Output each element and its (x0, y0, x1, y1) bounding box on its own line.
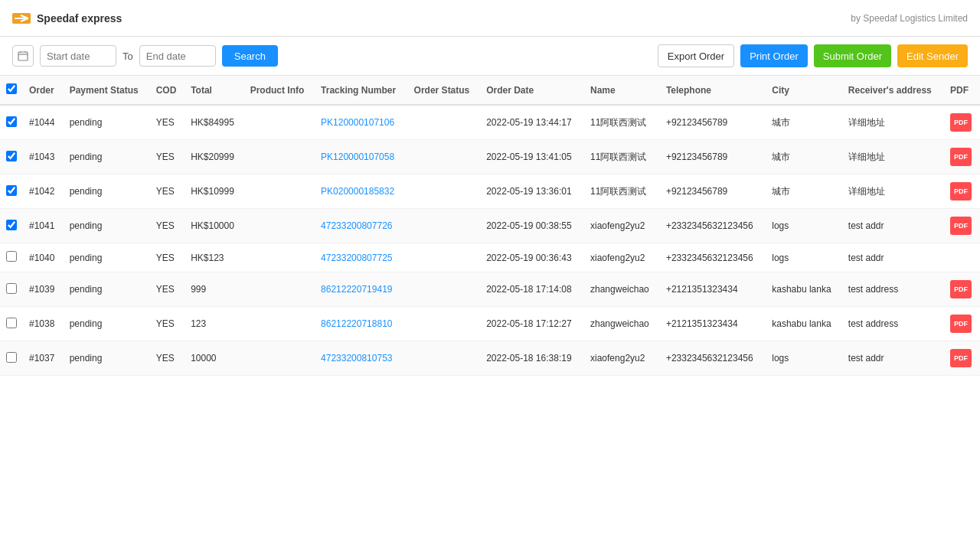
tracking-number[interactable]: PK020000185832 (315, 174, 408, 209)
col-cod: COD (150, 76, 185, 105)
cod: YES (150, 140, 185, 174)
pdf-cell[interactable]: PDF (944, 105, 980, 140)
payment-status: pending (64, 307, 150, 341)
product-info (244, 174, 315, 209)
pdf-icon[interactable]: PDF (950, 148, 972, 166)
cod: YES (150, 243, 185, 272)
order-date: 2022-05-19 00:38:55 (480, 209, 584, 243)
col-total: Total (185, 76, 244, 105)
submit-order-button[interactable]: Submit Order (814, 44, 891, 67)
pdf-cell[interactable]: PDF (944, 341, 980, 376)
pdf-icon[interactable]: PDF (950, 113, 972, 132)
cod: YES (150, 209, 185, 243)
col-tracking-number: Tracking Number (315, 76, 408, 105)
header: Speedaf express by Speedaf Logistics Lim… (0, 0, 980, 37)
receiver-address: test addr (842, 243, 944, 272)
order-date: 2022-05-19 13:44:17 (480, 105, 584, 140)
order-number: #1042 (23, 174, 64, 209)
row-checkbox-cell[interactable] (0, 209, 23, 243)
print-order-button[interactable]: Print Order (740, 44, 808, 67)
tracking-number[interactable]: 86212220719419 (315, 272, 408, 307)
row-checkbox[interactable] (6, 185, 17, 196)
row-checkbox[interactable] (6, 116, 17, 127)
tracking-link[interactable]: PK120000107058 (321, 152, 394, 162)
col-city: City (766, 76, 842, 105)
col-name: Name (584, 76, 660, 105)
pdf-icon[interactable]: PDF (950, 280, 972, 298)
receiver-address: 详细地址 (842, 140, 944, 174)
row-checkbox[interactable] (6, 283, 17, 294)
telephone: +92123456789 (660, 140, 766, 174)
row-checkbox[interactable] (6, 318, 17, 328)
tracking-number[interactable]: PK120000107106 (315, 105, 408, 140)
product-info (244, 140, 315, 174)
pdf-cell[interactable]: PDF (944, 209, 980, 243)
pdf-cell[interactable]: PDF (944, 307, 980, 341)
tracking-number[interactable]: 47233200807726 (315, 209, 408, 243)
row-checkbox[interactable] (6, 220, 17, 230)
col-payment-status: Payment Status (64, 76, 150, 105)
tracking-link[interactable]: 86212220718810 (321, 318, 392, 329)
tracking-number[interactable]: 47233200807725 (315, 243, 408, 272)
receiver-address: 详细地址 (842, 174, 944, 209)
export-order-button[interactable]: Export Order (658, 44, 734, 67)
select-all-checkbox[interactable] (6, 83, 17, 94)
city: logs (766, 243, 842, 272)
pdf-icon[interactable]: PDF (950, 182, 972, 201)
table-row: #1038pendingYES123862122207188102022-05-… (0, 307, 980, 341)
tracking-link[interactable]: 47233200807725 (321, 253, 392, 263)
start-date-input[interactable] (40, 45, 116, 67)
payment-status: pending (64, 140, 150, 174)
order-status (408, 140, 481, 174)
pdf-cell[interactable]: PDF (944, 140, 980, 174)
row-checkbox-cell[interactable] (0, 243, 23, 272)
pdf-cell[interactable] (944, 243, 980, 272)
tracking-number[interactable]: PK120000107058 (315, 140, 408, 174)
toolbar: To Search Export Order Print Order Submi… (0, 37, 980, 76)
search-button[interactable]: Search (222, 45, 278, 67)
pdf-cell[interactable]: PDF (944, 174, 980, 209)
calendar-icon[interactable] (12, 45, 34, 67)
pdf-icon[interactable]: PDF (950, 315, 972, 333)
row-checkbox-cell[interactable] (0, 272, 23, 307)
receiver-name: zhangweichao (584, 272, 660, 307)
row-checkbox[interactable] (6, 251, 17, 262)
table-row: #1041pendingYESHK$1000047233200807726202… (0, 209, 980, 243)
row-checkbox-cell[interactable] (0, 105, 23, 140)
row-checkbox[interactable] (6, 352, 17, 363)
table-row: #1040pendingYESHK$123472332008077252022-… (0, 243, 980, 272)
tracking-link[interactable]: PK120000107106 (321, 117, 394, 128)
total: HK$84995 (185, 105, 244, 140)
telephone: +92123456789 (660, 174, 766, 209)
receiver-address: test addr (842, 341, 944, 376)
end-date-input[interactable] (139, 45, 216, 67)
tracking-link[interactable]: 86212220719419 (321, 284, 392, 295)
product-info (244, 209, 315, 243)
payment-status: pending (64, 272, 150, 307)
payment-status: pending (64, 243, 150, 272)
row-checkbox-cell[interactable] (0, 140, 23, 174)
receiver-address: 详细地址 (842, 105, 944, 140)
order-date: 2022-05-18 16:38:19 (480, 341, 584, 376)
pdf-icon[interactable]: PDF (950, 217, 972, 235)
pdf-cell[interactable]: PDF (944, 272, 980, 307)
telephone: +2121351323434 (660, 307, 766, 341)
row-checkbox[interactable] (6, 151, 17, 161)
row-checkbox-cell[interactable] (0, 307, 23, 341)
tracking-link[interactable]: PK020000185832 (321, 186, 394, 197)
tracking-link[interactable]: 47233200807726 (321, 220, 392, 231)
row-checkbox-cell[interactable] (0, 174, 23, 209)
order-number: #1040 (23, 243, 64, 272)
tracking-number[interactable]: 47233200810753 (315, 341, 408, 376)
edit-sender-button[interactable]: Edit Sender (897, 44, 968, 67)
tracking-number[interactable]: 86212220718810 (315, 307, 408, 341)
order-date: 2022-05-18 17:12:27 (480, 307, 584, 341)
tracking-link[interactable]: 47233200810753 (321, 353, 392, 364)
order-status (408, 307, 481, 341)
city: logs (766, 341, 842, 376)
select-all-header[interactable] (0, 76, 23, 105)
pdf-icon[interactable]: PDF (950, 349, 972, 367)
row-checkbox-cell[interactable] (0, 341, 23, 376)
svg-rect-3 (18, 52, 28, 60)
order-number: #1038 (23, 307, 64, 341)
